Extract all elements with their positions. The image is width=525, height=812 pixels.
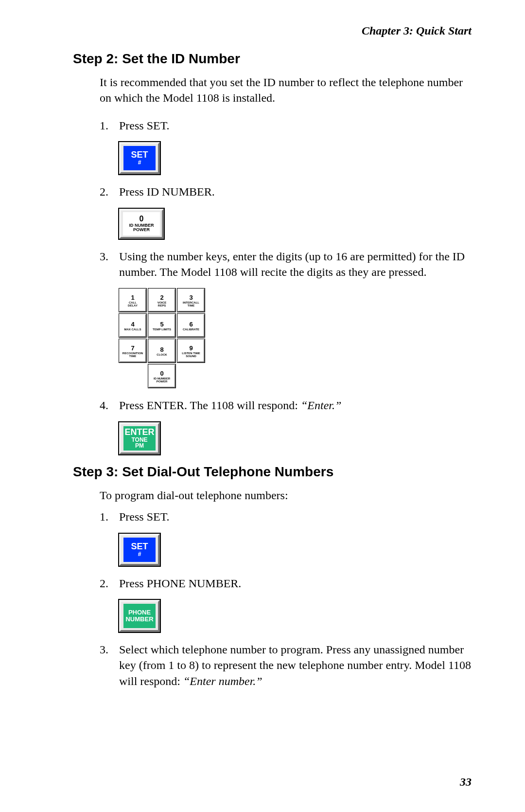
list-number: 1. [100,509,119,524]
step3-item-1: 1. Press SET. [100,509,472,524]
key-sublabel: TEMP LIMITS [153,328,171,331]
keypad-key-7: 7 RECOGNITION TIME [119,339,146,362]
key-digit: 6 [189,321,192,328]
key-digit: 3 [189,294,192,301]
step3-intro: To program dial-out telephone numbers: [100,487,472,503]
list-text: Press ID NUMBER. [119,184,472,199]
list-text: Press SET. [119,118,472,133]
list-text: Select which telephone number to program… [119,642,472,689]
phone-number-key-icon: PHONE NUMBER [119,600,160,632]
list-text: Using the number keys, enter the digits … [119,249,472,280]
keypad-key-6: 6 CALIBRATE [177,314,205,337]
key-digit: 2 [160,294,163,301]
step2-item-1: 1. Press SET. [100,118,472,133]
list-number: 1. [100,118,119,133]
key-sublabel: POWER [157,380,168,383]
list-text-pre: Press ENTER. The 1108 will respond: [119,399,301,412]
page-number: 33 [460,776,472,789]
numeric-keypad-icon: 1 CALL DELAY 2 VOICE REPS 3 INTERCALL TI… [119,289,472,388]
list-number: 2. [100,576,119,591]
list-text: Press ENTER. The 1108 will respond: “Ent… [119,397,472,413]
key-sublabel: # [138,551,141,558]
key-sublabel: REPS [158,304,166,307]
key-digit: 9 [189,344,192,352]
key-sublabel: # [138,160,141,166]
keypad-key-3: 3 INTERCALL TIME [177,289,205,312]
key-sublabel: SOUND [186,355,196,358]
list-number: 3. [100,249,119,280]
list-text-quote: “Enter.” [301,399,341,412]
key-label: ENTER [124,428,154,437]
set-key-icon: SET # [119,142,160,174]
key-sublabel: DELAY [128,304,138,307]
keypad-key-9: 9 LISTEN TIME SOUND [177,339,205,362]
key-sublabel: MAX CALLS [124,328,141,331]
list-text-quote: “Enter number.” [183,675,262,687]
set-key-icon: SET # [119,534,160,566]
list-number: 3. [100,642,119,689]
key-sublabel: TIME [129,355,136,358]
key-sublabel: CALIBRATE [183,328,199,331]
list-text: Press SET. [119,509,472,524]
list-text: Press PHONE NUMBER. [119,576,472,591]
key-digit: 5 [160,321,163,328]
key-sublabel: CLOCK [157,353,167,356]
key-digit: 0 [160,370,163,377]
key-digit: 1 [131,294,134,301]
key-sublabel: NUMBER [125,616,153,623]
key-sublabel: TIME [188,304,194,307]
step3-heading: Step 3: Set Dial-Out Telephone Numbers [73,464,472,480]
key-digit: 7 [131,344,134,352]
keypad-key-8: 8 CLOCK [148,339,175,362]
key-digit: 0 [140,215,144,223]
keypad-key-4: 4 MAX CALLS [119,314,146,337]
keypad-key-5: 5 TEMP LIMITS [148,314,175,337]
key-label: SET [131,150,148,160]
key-digit: 4 [131,321,134,328]
step3-item-3: 3. Select which telephone number to prog… [100,642,472,689]
chapter-header: Chapter 3: Quick Start [73,24,472,37]
key-label: SET [131,542,148,551]
key-sublabel: POWER [133,228,150,232]
key-label: PHONE [128,609,151,616]
list-number: 2. [100,184,119,199]
keypad-key-0: 0 ID NUMBER POWER [148,364,175,388]
keypad-blank [177,364,205,388]
keypad-key-2: 2 VOICE REPS [148,289,175,312]
enter-key-icon: ENTER TONE PM [119,422,160,454]
id-number-key-icon: 0 ID NUMBER POWER [119,209,164,239]
list-number: 4. [100,397,119,413]
key-sublabel: PM [135,443,144,449]
keypad-key-1: 1 CALL DELAY [119,289,146,312]
key-digit: 8 [160,346,163,353]
step2-intro: It is recommended that you set the ID nu… [100,74,472,106]
step2-heading: Step 2: Set the ID Number [73,51,472,67]
step2-item-4: 4. Press ENTER. The 1108 will respond: “… [100,397,472,413]
step2-item-2: 2. Press ID NUMBER. [100,184,472,199]
step3-item-2: 2. Press PHONE NUMBER. [100,576,472,591]
step2-item-3: 3. Using the number keys, enter the digi… [100,249,472,280]
list-text-pre: Select which telephone number to program… [119,643,471,687]
keypad-blank [119,364,146,388]
